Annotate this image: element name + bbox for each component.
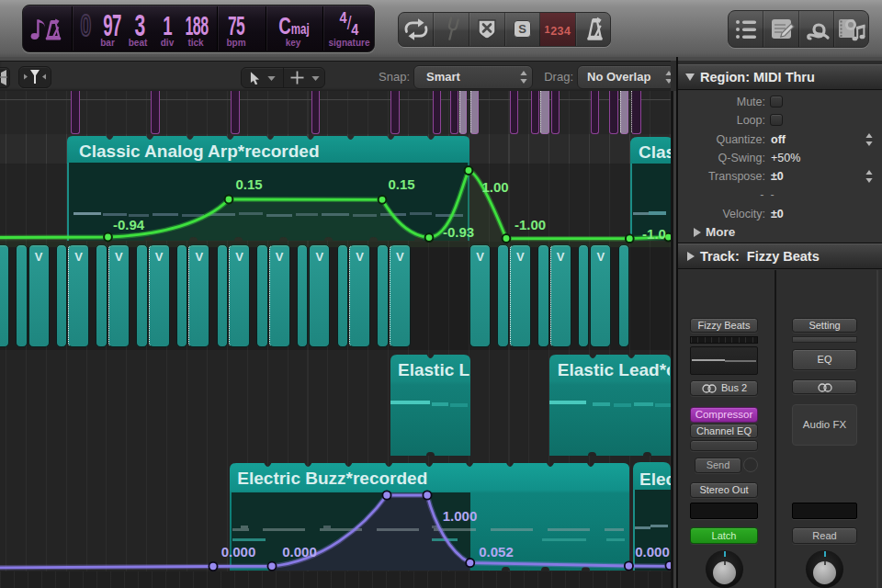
svg-text:0.000: 0.000 — [635, 544, 670, 560]
svg-text:0.052: 0.052 — [479, 544, 514, 560]
svg-text:0.000: 0.000 — [282, 544, 317, 560]
svg-text:0.000: 0.000 — [221, 544, 256, 560]
svg-text:1.000: 1.000 — [443, 508, 478, 524]
